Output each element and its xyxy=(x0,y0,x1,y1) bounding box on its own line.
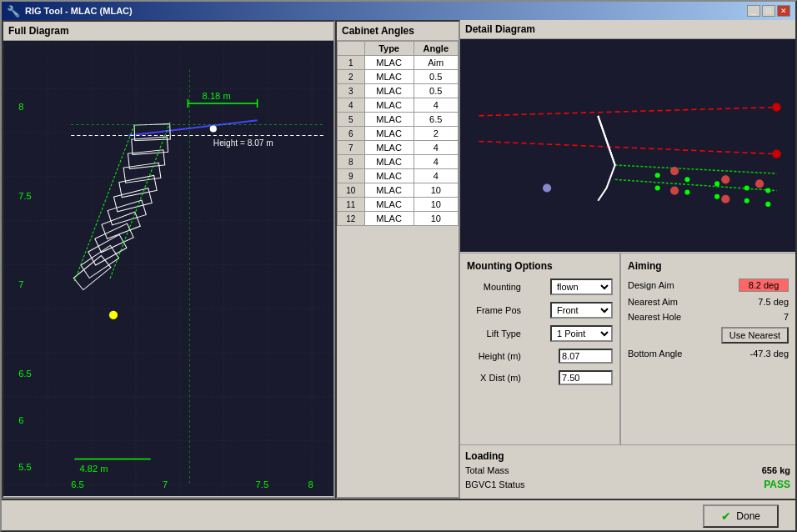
options-aiming-row: Mounting Options Mounting flown ground F… xyxy=(460,253,795,444)
title-bar: 🔧 RIG Tool - MLAC (MLAC) _ □ ✕ xyxy=(2,2,795,20)
right-panel: Detail Diagram xyxy=(460,20,795,499)
total-mass-value: 656 kg xyxy=(762,465,790,475)
mounting-row: Mounting flown ground xyxy=(467,279,613,295)
row-num: 3 xyxy=(338,84,365,98)
svg-point-47 xyxy=(670,167,679,175)
mounting-title: Mounting Options xyxy=(467,260,613,272)
svg-point-55 xyxy=(714,181,719,186)
svg-text:7.5: 7.5 xyxy=(18,191,32,201)
row-type: MLAC xyxy=(364,141,414,155)
full-diagram-title: Full Diagram xyxy=(3,22,333,41)
loading-section: Loading Total Mass 656 kg BGVC1 Status P… xyxy=(460,444,795,499)
row-angle: 4 xyxy=(414,98,459,113)
table-row: 7 MLAC 4 xyxy=(338,141,459,155)
bottom-section: Mounting Options Mounting flown ground F… xyxy=(460,253,795,499)
mounting-label: Mounting xyxy=(467,282,521,292)
row-num: 12 xyxy=(338,212,365,226)
svg-point-54 xyxy=(684,177,689,182)
nearest-hole-row: Nearest Hole 7 xyxy=(628,312,789,322)
svg-point-42 xyxy=(772,103,780,112)
bgvc1-row: BGVC1 Status PASS xyxy=(465,479,790,490)
detail-diagram-panel: Detail Diagram xyxy=(460,20,795,253)
detail-diagram-svg xyxy=(460,39,795,252)
row-angle: Aim xyxy=(414,56,459,70)
row-angle: 10 xyxy=(414,198,459,212)
svg-text:5.5: 5.5 xyxy=(18,462,32,472)
aiming-section: Aiming Design Aim 8.2 deg Nearest Aim 7.… xyxy=(620,253,795,444)
row-angle: 4 xyxy=(414,155,459,169)
frame-pos-select[interactable]: Front Rear xyxy=(550,302,613,319)
row-angle: 2 xyxy=(414,127,459,141)
total-mass-row: Total Mass 656 kg xyxy=(465,465,790,475)
row-num: 1 xyxy=(338,56,365,70)
use-nearest-button[interactable]: Use Nearest xyxy=(721,327,789,344)
nearest-aim-value: 7.5 deg xyxy=(758,297,789,307)
table-row: 2 MLAC 0.5 xyxy=(338,70,459,84)
design-aim-value: 8.2 deg xyxy=(739,279,789,292)
window-controls: _ □ ✕ xyxy=(747,5,790,17)
table-row: 1 MLAC Aim xyxy=(338,56,459,70)
svg-text:6.5: 6.5 xyxy=(71,479,84,489)
mounting-select[interactable]: flown ground xyxy=(550,279,613,295)
check-icon: ✔ xyxy=(721,509,731,523)
svg-point-56 xyxy=(744,185,749,190)
full-diagram-svg: 8 7.5 7 6.5 6 5.5 6.5 7 7.5 8 8.18 m xyxy=(3,41,333,496)
frame-pos-label: Frame Pos xyxy=(467,305,521,315)
row-angle: 10 xyxy=(414,183,459,198)
table-row: 12 MLAC 10 xyxy=(338,212,459,226)
svg-point-60 xyxy=(714,194,719,199)
svg-text:4.82 m: 4.82 m xyxy=(79,464,108,474)
row-num: 6 xyxy=(338,127,365,141)
xdist-row: X Dist (m) xyxy=(467,370,613,385)
svg-text:6: 6 xyxy=(18,415,23,425)
maximize-button[interactable]: □ xyxy=(762,5,775,17)
row-type: MLAC xyxy=(364,113,414,127)
row-angle: 10 xyxy=(414,212,459,226)
svg-point-62 xyxy=(765,202,770,207)
row-type: MLAC xyxy=(364,127,414,141)
bgvc1-label: BGVC1 Status xyxy=(465,479,525,489)
nearest-aim-label: Nearest Aim xyxy=(628,297,678,307)
row-type: MLAC xyxy=(364,155,414,169)
done-button[interactable]: ✔ Done xyxy=(703,504,779,528)
table-row: 11 MLAC 10 xyxy=(338,198,459,212)
svg-text:Height = 8.07 m: Height = 8.07 m xyxy=(213,138,273,148)
total-mass-label: Total Mass xyxy=(465,465,509,475)
row-type: MLAC xyxy=(364,70,414,84)
xdist-label: X Dist (m) xyxy=(467,373,521,383)
height-row: Height (m) xyxy=(467,349,613,364)
table-row: 9 MLAC 4 xyxy=(338,169,459,183)
nearest-hole-value: 7 xyxy=(784,312,789,322)
design-aim-label: Design Aim xyxy=(628,280,674,290)
svg-point-43 xyxy=(772,150,780,158)
svg-point-57 xyxy=(765,188,770,193)
full-diagram-canvas: 8 7.5 7 6.5 6 5.5 6.5 7 7.5 8 8.18 m xyxy=(3,41,333,496)
xdist-input[interactable] xyxy=(559,370,613,385)
svg-text:6.5: 6.5 xyxy=(18,369,32,379)
row-num: 5 xyxy=(338,113,365,127)
row-num: 4 xyxy=(338,98,365,113)
lift-type-select[interactable]: 1 Point 2 Point xyxy=(550,325,613,342)
svg-point-49 xyxy=(755,179,764,188)
cabinet-angles-panel: Cabinet Angles Type Angle 1 MLAC Aim 2 M… xyxy=(335,20,460,499)
col-type: Type xyxy=(364,42,414,56)
row-type: MLAC xyxy=(364,56,414,70)
row-num: 10 xyxy=(338,183,365,198)
detail-diagram-canvas xyxy=(460,39,795,252)
svg-point-51 xyxy=(721,195,729,203)
bottom-angle-row: Bottom Angle -47.3 deg xyxy=(628,349,789,359)
row-type: MLAC xyxy=(364,212,414,226)
svg-point-18 xyxy=(210,125,217,132)
bottom-angle-label: Bottom Angle xyxy=(628,349,682,359)
panels-row: Full Diagram 8 7.5 7 6.5 xyxy=(2,20,795,499)
close-button[interactable]: ✕ xyxy=(777,5,790,17)
svg-text:7: 7 xyxy=(163,479,168,489)
table-row: 6 MLAC 2 xyxy=(338,127,459,141)
row-angle: 4 xyxy=(414,169,459,183)
height-input[interactable] xyxy=(559,349,613,364)
svg-text:7.5: 7.5 xyxy=(256,479,269,489)
minimize-button[interactable]: _ xyxy=(747,5,760,17)
design-aim-row: Design Aim 8.2 deg xyxy=(628,279,789,292)
frame-pos-row: Frame Pos Front Rear xyxy=(467,302,613,319)
row-angle: 0.5 xyxy=(414,70,459,84)
